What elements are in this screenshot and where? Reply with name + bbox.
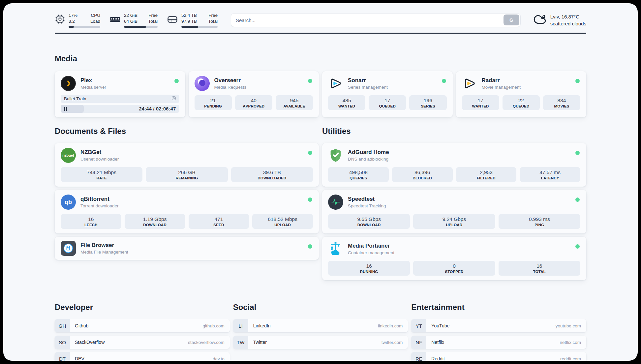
- search-button[interactable]: G: [504, 15, 519, 25]
- bookmark-netflix[interactable]: NF Netflix netflix.com: [411, 336, 586, 349]
- bookmark-name: Twitter: [248, 336, 382, 349]
- bookmark-name: YouTube: [426, 319, 555, 332]
- adguard-card[interactable]: AdGuard Home DNS and adblocking 498,508Q…: [322, 143, 586, 187]
- stat-box: 834MOVIES: [543, 95, 580, 110]
- disk-icon: [167, 13, 178, 26]
- bookmark-abbr: NF: [411, 336, 426, 349]
- filebrowser-card[interactable]: File Browser Media File Management: [55, 237, 319, 260]
- stat-box: 21PENDING: [195, 95, 232, 110]
- app-name: NZBGet: [80, 149, 119, 156]
- disk-label: Free: [208, 13, 218, 18]
- speedtest-card[interactable]: Speedtest Speedtest Tracking 9.65 GbpsDO…: [322, 190, 586, 233]
- bookmark-name: Github: [70, 319, 203, 332]
- app-subtitle: Media File Management: [80, 250, 128, 255]
- stat-box: 40APPROVED: [235, 95, 272, 110]
- app-name: Sonarr: [348, 77, 388, 84]
- app-name: AdGuard Home: [348, 149, 389, 156]
- stat-box: 0.993 msPING: [499, 214, 580, 229]
- disk-label2: Total: [208, 18, 218, 24]
- qbittorrent-icon: qb: [61, 195, 76, 210]
- sonarr-card[interactable]: Sonarr Series management 485WANTED 17QUE…: [322, 71, 453, 117]
- top-bar: 17%CPU 3.2Load: [55, 13, 586, 28]
- status-dot: [575, 244, 580, 249]
- stat-box: 471SEED: [189, 214, 249, 229]
- nzbget-card[interactable]: nzbget NZBGet Usenet downloader 744.21 M…: [55, 143, 319, 187]
- bookmark-youtube[interactable]: YT YouTube youtube.com: [411, 319, 586, 332]
- cpu-label2: Load: [90, 18, 100, 24]
- disk-progress-bar: [181, 26, 218, 28]
- portainer-card[interactable]: Media Portainer Container management 16R…: [322, 237, 586, 280]
- app-name: Media Portainer: [348, 243, 394, 249]
- stat-box: 39.6 TBDOWNLOADED: [231, 167, 313, 182]
- bookmark-abbr: LI: [233, 319, 248, 332]
- plex-card[interactable]: Plex Media server Bullet Train: [55, 71, 185, 117]
- app-name: Radarr: [482, 77, 521, 84]
- bookmark-stackoverflow[interactable]: SO StackOverflow stackoverflow.com: [55, 336, 230, 349]
- stat-box: 47.57 msLATENCY: [520, 167, 580, 182]
- stat-box: 0STOPPED: [413, 261, 495, 276]
- portainer-icon: [328, 241, 343, 257]
- system-stats: 17%CPU 3.2Load: [55, 13, 218, 27]
- bookmark-linkedin[interactable]: LI LinkedIn linkedin.com: [233, 319, 408, 332]
- memory-icon: [109, 13, 121, 26]
- weather-location: Lviv, 16.87°C: [550, 13, 586, 20]
- bookmark-url: reddit.com: [560, 352, 586, 361]
- section-title-media: Media: [55, 54, 586, 63]
- app-name: File Browser: [80, 242, 128, 249]
- section-title-developer: Developer: [55, 303, 230, 312]
- bookmark-url: netflix.com: [560, 336, 586, 349]
- qbittorrent-card[interactable]: qb qBittorrent Torrent downloader 16LEEC…: [55, 190, 319, 233]
- bookmark-abbr: SO: [55, 336, 70, 349]
- stat-box: 17QUEUED: [369, 95, 406, 110]
- status-dot: [174, 79, 179, 83]
- bookmark-name: DEV: [70, 352, 213, 361]
- status-dot: [442, 79, 446, 83]
- search-bar: G: [231, 13, 521, 27]
- stat-box: 22QUEUED: [503, 95, 540, 110]
- status-dot: [575, 197, 580, 202]
- cpu-icon: [55, 13, 65, 26]
- bookmark-url: dev.to: [213, 352, 230, 361]
- status-dot: [308, 151, 312, 155]
- plex-icon: [61, 76, 76, 91]
- stat-box: 945AVAILABLE: [276, 95, 313, 110]
- bookmark-name: Netflix: [426, 336, 560, 349]
- bookmark-reddit[interactable]: RE Reddit reddit.com: [411, 352, 586, 361]
- memory-label: Free: [148, 13, 158, 18]
- stat-box: 744.21 MbpsRATE: [61, 167, 142, 182]
- bookmark-url: linkedin.com: [378, 319, 408, 332]
- session-icon: [171, 96, 176, 102]
- pause-button[interactable]: [64, 107, 67, 111]
- overseerr-card[interactable]: Overseerr Media Requests 21PENDING 40APP…: [189, 71, 319, 117]
- stat-box: 266 GBREMAINING: [146, 167, 228, 182]
- cloud-icon: [533, 13, 546, 27]
- disk-free: 52.4 TB: [181, 13, 197, 18]
- stat-box: 16TOTAL: [499, 261, 580, 276]
- stat-box: 86,396BLOCKED: [392, 167, 453, 182]
- weather-condition: scattered clouds: [550, 20, 586, 27]
- cpu-progress-bar: [69, 26, 100, 28]
- app-subtitle: Movie management: [482, 85, 521, 90]
- search-input[interactable]: [231, 17, 520, 23]
- adguard-icon: [328, 148, 343, 163]
- cpu-stat: 17%CPU 3.2Load: [55, 13, 100, 27]
- seek-bar[interactable]: 24:44 / 02:06:47: [61, 105, 179, 113]
- bookmark-url: twitter.com: [382, 336, 408, 349]
- nzbget-icon: nzbget: [61, 148, 76, 163]
- weather-widget: Lviv, 16.87°C scattered clouds: [533, 13, 586, 27]
- bookmark-abbr: RE: [411, 352, 426, 361]
- stat-box: 1.19 GbpsDOWNLOAD: [125, 214, 185, 229]
- stat-box: 17WANTED: [462, 95, 499, 110]
- status-dot: [308, 79, 312, 83]
- bookmark-github[interactable]: GH Github github.com: [55, 319, 230, 332]
- radarr-card[interactable]: Radarr Movie management 17WANTED 22QUEUE…: [456, 71, 587, 117]
- memory-free: 22 GiB: [124, 13, 137, 18]
- bookmark-twitter[interactable]: TW Twitter twitter.com: [233, 336, 408, 349]
- app-subtitle: Torrent downloader: [80, 203, 119, 208]
- bookmark-name: LinkedIn: [248, 319, 378, 332]
- bookmark-dev[interactable]: DT DEV dev.to: [55, 352, 230, 361]
- stat-box: 498,508QUERIES: [328, 167, 389, 182]
- app-subtitle: Container management: [348, 250, 394, 255]
- dashboard-page: 17%CPU 3.2Load: [3, 3, 638, 361]
- app-name: Speedtest: [348, 196, 386, 202]
